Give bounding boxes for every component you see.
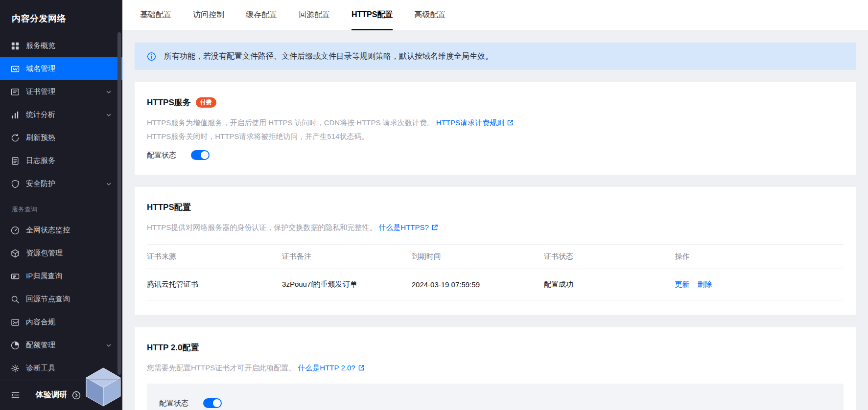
http2-toggle[interactable] xyxy=(203,398,222,408)
sidebar-item-diagnostic-tools[interactable]: 诊断工具 xyxy=(0,357,122,380)
sidebar-item-label: 服务概览 xyxy=(26,41,55,50)
sidebar-item-label: 回源节点查询 xyxy=(26,295,70,304)
http2-status-panel: 配置状态 xyxy=(147,384,844,410)
tab-label: 基础配置 xyxy=(140,10,171,20)
what-is-https-link[interactable]: 什么是HTTPS? xyxy=(378,223,429,231)
http2-description: 您需要先配置HTTPS证书才可开启此项配置。 什么是HTTP 2.0? xyxy=(147,362,844,374)
sidebar-item-label: 资源包管理 xyxy=(26,249,63,258)
table-header-cert-status: 证书状态 xyxy=(544,245,675,269)
tab-advanced-config[interactable]: 高级配置 xyxy=(403,0,456,30)
app-root: 内容分发网络 服务概览 域名管理 证书管理 xyxy=(0,0,868,410)
tab-origin-config[interactable]: 回源配置 xyxy=(288,0,341,30)
desc-text: 您需要先配置HTTPS证书才可开启此项配置。 xyxy=(147,364,296,372)
sidebar-item-content-compliance[interactable]: 内容合规 xyxy=(0,311,122,334)
chevron-down-icon xyxy=(106,342,112,348)
table-header-expire-time: 到期时间 xyxy=(412,245,544,269)
tab-https-config[interactable]: HTTPS配置 xyxy=(341,0,403,30)
tab-cache-config[interactable]: 缓存配置 xyxy=(235,0,288,30)
certificate-table: 证书来源 证书备注 到期时间 证书状态 操作 腾讯云托管证书 3zPouu7f的… xyxy=(147,244,844,300)
cell-cert-status: 配置成功 xyxy=(544,269,675,300)
https-service-card: HTTPS服务 付费 HTTPS服务为增值服务，开启后使用 HTTPS 访问时，… xyxy=(135,82,856,175)
status-label: 配置状态 xyxy=(147,151,176,160)
sidebar-item-label: 日志服务 xyxy=(26,156,55,165)
desc-text: HTTPS提供对网络服务器的身份认证，保护交换数据的隐私和完整性。 xyxy=(147,223,376,231)
banner-text: 所有功能，若没有配置文件路径、文件后缀或文件目录等规则策略，默认按域名维度全局生… xyxy=(164,51,493,62)
sidebar-item-domain-management[interactable]: 域名管理 xyxy=(0,57,122,80)
sidebar-item-service-overview[interactable]: 服务概览 xyxy=(0,34,122,57)
card-title: HTTPS配置 xyxy=(147,202,191,213)
sidebar-section-label: 服务查询 xyxy=(0,195,122,219)
sidebar-item-security[interactable]: 安全防护 xyxy=(0,172,122,195)
billing-rules-link[interactable]: HTTPS请求计费规则 xyxy=(436,118,504,127)
sidebar-item-certificate-management[interactable]: 证书管理 xyxy=(0,80,122,103)
cube-icon xyxy=(11,249,20,258)
tab-label: 回源配置 xyxy=(299,10,330,20)
update-link[interactable]: 更新 xyxy=(675,280,690,289)
sidebar-item-quota-management[interactable]: 配额管理 xyxy=(0,334,122,357)
document-icon xyxy=(11,157,20,165)
https-config-card: HTTPS配置 HTTPS提供对网络服务器的身份认证，保护交换数据的隐私和完整性… xyxy=(135,187,856,315)
gauge-icon xyxy=(11,226,20,235)
table-header-row: 证书来源 证书备注 到期时间 证书状态 操作 xyxy=(147,245,844,269)
info-banner: 所有功能，若没有配置文件路径、文件后缀或文件目录等规则策略，默认按域名维度全局生… xyxy=(135,43,856,70)
external-link-icon xyxy=(431,224,438,231)
survey-button[interactable]: 体验调研 xyxy=(36,390,81,400)
shield-icon xyxy=(11,180,20,188)
cell-cert-remark: 3zPouu7f的重颁发订单 xyxy=(282,269,412,300)
delete-link[interactable]: 删除 xyxy=(698,280,712,289)
external-link-icon xyxy=(358,364,365,371)
sidebar-item-label: IP归属查询 xyxy=(26,272,62,281)
sidebar-item-statistics[interactable]: 统计分析 xyxy=(0,103,122,126)
config-tabbar: 基础配置 访问控制 缓存配置 回源配置 HTTPS配置 高级配置 xyxy=(122,0,868,30)
collapse-sidebar-icon[interactable] xyxy=(11,390,20,400)
grid-icon xyxy=(11,42,20,50)
table-header-cert-remark: 证书备注 xyxy=(282,245,412,269)
tab-label: 高级配置 xyxy=(414,10,446,20)
tab-label: 缓存配置 xyxy=(246,10,277,20)
sidebar-item-label: 刷新预热 xyxy=(26,133,55,142)
sidebar-scrollbar[interactable] xyxy=(117,32,121,375)
sidebar-item-resource-package[interactable]: 资源包管理 xyxy=(0,242,122,265)
sidebar-item-network-status[interactable]: 全网状态监控 xyxy=(0,219,122,242)
sidebar-item-label: 诊断工具 xyxy=(26,364,55,373)
sidebar-item-ip-lookup[interactable]: IP IP归属查询 xyxy=(0,265,122,288)
gear-icon xyxy=(11,364,20,373)
https-service-toggle[interactable] xyxy=(191,150,210,160)
tab-label: HTTPS配置 xyxy=(352,10,393,20)
https-config-description: HTTPS提供对网络服务器的身份认证，保护交换数据的隐私和完整性。 什么是HTT… xyxy=(147,221,844,233)
card-title: HTTPS服务 xyxy=(147,97,191,108)
sidebar-item-label: 统计分析 xyxy=(26,110,55,119)
table-row: 腾讯云托管证书 3zPouu7f的重颁发订单 2024-03-19 07:59:… xyxy=(147,269,844,300)
sidebar-item-label: 证书管理 xyxy=(26,87,55,96)
magnifier-icon xyxy=(11,295,20,304)
cell-cert-source: 腾讯云托管证书 xyxy=(147,269,282,300)
sidebar-item-label: 内容合规 xyxy=(26,318,55,327)
bar-chart-icon xyxy=(11,111,20,119)
product-title: 内容分发网络 xyxy=(0,0,122,34)
sidebar: 内容分发网络 服务概览 域名管理 证书管理 xyxy=(0,0,122,410)
desc-text: HTTPS服务为增值服务，开启后使用 HTTPS 访问时，CDN将按 HTTPS… xyxy=(147,118,434,127)
info-icon xyxy=(147,52,156,61)
sidebar-item-origin-node-lookup[interactable]: 回源节点查询 xyxy=(0,288,122,311)
pie-chart-icon xyxy=(11,341,20,350)
service-description-line2: HTTPS服务关闭时，HTTPS请求将被拒绝访问，并产生514状态码。 xyxy=(147,130,844,142)
sidebar-item-label: 全网状态监控 xyxy=(26,226,70,235)
chevron-down-icon xyxy=(106,112,112,118)
content-area: 所有功能，若没有配置文件路径、文件后缀或文件目录等规则策略，默认按域名维度全局生… xyxy=(122,30,868,410)
tab-access-control[interactable]: 访问控制 xyxy=(182,0,235,30)
tab-basic-config[interactable]: 基础配置 xyxy=(129,0,182,30)
external-link-icon xyxy=(507,119,514,126)
ip-icon: IP xyxy=(11,272,20,281)
main-area: 基础配置 访问控制 缓存配置 回源配置 HTTPS配置 高级配置 所有功能，若没… xyxy=(122,0,868,410)
sidebar-nav: 服务概览 域名管理 证书管理 xyxy=(0,34,122,380)
sidebar-item-log-service[interactable]: 日志服务 xyxy=(0,149,122,172)
card-title: HTTP 2.0配置 xyxy=(147,342,199,353)
survey-label: 体验调研 xyxy=(36,390,67,400)
domain-icon xyxy=(11,65,20,73)
what-is-http2-link[interactable]: 什么是HTTP 2.0? xyxy=(298,364,355,372)
status-label: 配置状态 xyxy=(159,399,188,408)
sidebar-item-label: 配额管理 xyxy=(26,341,55,350)
sidebar-item-purge-prefetch[interactable]: 刷新预热 xyxy=(0,126,122,149)
image-icon xyxy=(11,318,20,327)
tab-label: 访问控制 xyxy=(193,10,224,20)
